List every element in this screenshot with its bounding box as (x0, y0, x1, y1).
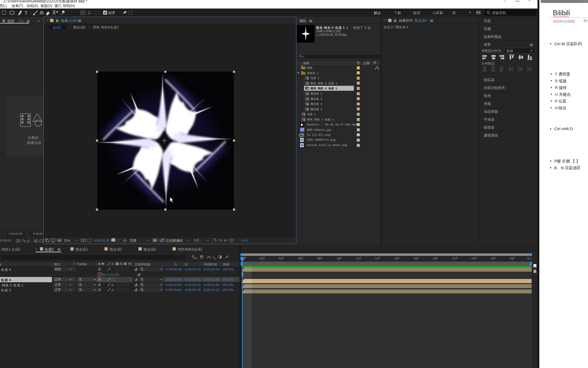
svg-text:T: T (25, 10, 28, 15)
svg-text:25%: 25% (64, 239, 70, 242)
svg-text:fx: fx (112, 262, 114, 266)
svg-text:fx: fx (111, 283, 114, 287)
svg-text:0:00:00:00: 0:00:00:00 (94, 239, 109, 242)
svg-text:活动摄像机: 活动摄像机 (165, 238, 183, 243)
svg-text:fx: fx (111, 288, 114, 292)
svg-text:1个..: 1个.. (194, 238, 201, 243)
svg-text:+0.0: +0.0 (241, 239, 248, 242)
svg-text:完整: 完整 (129, 238, 136, 243)
